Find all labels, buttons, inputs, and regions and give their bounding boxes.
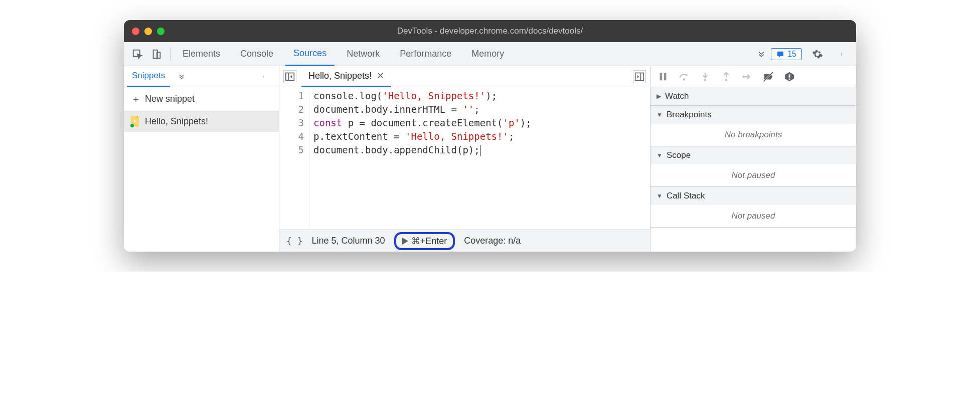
device-toolbar-icon[interactable] <box>149 47 164 62</box>
snippet-item[interactable]: Hello, Snippets! <box>124 111 279 132</box>
debugger-section-call-stack: ▼Call StackNot paused <box>650 187 856 228</box>
snippet-name: Hello, Snippets! <box>145 116 208 127</box>
editor-statusbar: { } Line 5, Column 30 ⌘+Enter Coverage: … <box>279 230 650 252</box>
section-header[interactable]: ▼Breakpoints <box>650 106 856 124</box>
svg-rect-23 <box>789 78 790 80</box>
deactivate-breakpoints-icon[interactable] <box>763 71 774 82</box>
svg-point-5 <box>841 54 842 54</box>
svg-point-16 <box>683 78 686 81</box>
navigator-menu-icon[interactable] <box>257 69 272 84</box>
new-snippet-button[interactable]: ＋ New snippet <box>124 87 279 111</box>
run-snippet-button[interactable]: ⌘+Enter <box>394 232 455 250</box>
svg-rect-12 <box>635 73 644 80</box>
line-number: 5 <box>279 143 304 157</box>
navigator-pane: Snippets ＋ New snippet Hello, Snippets! <box>124 66 279 252</box>
titlebar: DevTools - developer.chrome.com/docs/dev… <box>124 20 856 42</box>
debugger-section-scope: ▼ScopeNot paused <box>650 146 856 187</box>
line-number: 4 <box>279 130 304 143</box>
step-out-icon[interactable] <box>721 71 732 82</box>
code-line[interactable]: console.log('Hello, Snippets!'); <box>313 89 532 103</box>
line-gutter: 12345 <box>279 89 309 230</box>
panel-tab-performance[interactable]: Performance <box>392 42 459 66</box>
svg-point-17 <box>704 79 707 81</box>
svg-rect-14 <box>660 73 663 80</box>
triangle-down-icon: ▼ <box>657 111 663 118</box>
triangle-down-icon: ▼ <box>657 152 663 159</box>
run-shortcut-label: ⌘+Enter <box>411 236 447 247</box>
more-tabs-icon[interactable] <box>754 47 769 62</box>
step-over-icon[interactable] <box>679 71 690 82</box>
pause-icon[interactable] <box>658 71 669 82</box>
text-caret <box>480 145 480 156</box>
close-tab-icon[interactable]: ✕ <box>377 70 384 81</box>
svg-point-7 <box>263 75 264 76</box>
code-line[interactable]: const p = document.createElement('p'); <box>313 116 532 130</box>
line-number: 3 <box>279 116 304 130</box>
svg-point-19 <box>742 75 745 78</box>
panel-tab-elements[interactable]: Elements <box>175 42 228 66</box>
svg-rect-15 <box>664 73 667 80</box>
show-navigator-icon[interactable] <box>283 70 296 83</box>
more-navigator-tabs-icon[interactable] <box>174 69 189 84</box>
section-body: Not paused <box>650 205 856 227</box>
window-title: DevTools - developer.chrome.com/docs/dev… <box>124 26 856 36</box>
editor-header: Hello, Snippets! ✕ <box>279 66 650 87</box>
devtools-window: DevTools - developer.chrome.com/docs/dev… <box>124 20 856 252</box>
pause-on-exceptions-icon[interactable] <box>784 71 795 82</box>
coverage-label: Coverage: n/a <box>464 236 521 246</box>
file-tab[interactable]: Hello, Snippets! ✕ <box>301 66 391 87</box>
panel-tab-memory[interactable]: Memory <box>463 42 512 66</box>
file-tab-label: Hello, Snippets! <box>308 71 372 81</box>
kebab-menu-icon[interactable] <box>835 47 850 62</box>
pretty-print-icon[interactable]: { } <box>286 236 303 246</box>
code-content[interactable]: console.log('Hello, Snippets!');document… <box>309 89 532 230</box>
panel-tab-sources[interactable]: Sources <box>285 42 335 66</box>
triangle-right-icon: ▶ <box>657 93 661 100</box>
section-body: No breakpoints <box>650 124 856 146</box>
snippets-tab[interactable]: Snippets <box>127 66 170 87</box>
svg-rect-3 <box>777 51 783 56</box>
section-label: Watch <box>665 91 689 101</box>
section-header[interactable]: ▼Call Stack <box>650 187 856 205</box>
step-icon[interactable] <box>742 71 753 82</box>
section-label: Breakpoints <box>667 110 712 120</box>
debugger-section-watch: ▶Watch <box>650 87 856 106</box>
debugger-toolbar <box>650 66 856 87</box>
settings-icon[interactable] <box>810 47 825 62</box>
inspect-element-icon[interactable] <box>130 47 145 62</box>
code-editor[interactable]: 12345 console.log('Hello, Snippets!');do… <box>279 87 650 230</box>
code-line[interactable]: document.body.innerHTML = ''; <box>313 103 532 116</box>
issues-count: 15 <box>787 50 796 59</box>
show-debugger-icon[interactable] <box>633 70 646 83</box>
panel-tab-network[interactable]: Network <box>339 42 388 66</box>
svg-point-18 <box>725 79 728 81</box>
line-number: 1 <box>279 89 304 103</box>
section-header[interactable]: ▼Scope <box>650 146 856 164</box>
code-line[interactable]: document.body.appendChild(p); <box>313 143 532 157</box>
panel-tab-console[interactable]: Console <box>232 42 281 66</box>
svg-point-4 <box>841 53 842 53</box>
section-header[interactable]: ▶Watch <box>650 87 856 105</box>
panel-tabs: ElementsConsoleSourcesNetworkPerformance… <box>175 42 750 66</box>
step-into-icon[interactable] <box>700 71 711 82</box>
debugger-pane: ▶Watch▼BreakpointsNo breakpoints▼ScopeNo… <box>650 66 856 252</box>
snippet-file-icon <box>131 116 140 127</box>
svg-point-6 <box>841 55 842 55</box>
svg-point-8 <box>263 76 264 77</box>
section-body: Not paused <box>650 164 856 186</box>
main-toolbar: ElementsConsoleSourcesNetworkPerformance… <box>124 42 856 66</box>
separator <box>170 48 171 61</box>
cursor-position: Line 5, Column 30 <box>312 236 385 246</box>
navigator-header: Snippets <box>124 66 279 87</box>
issues-button[interactable]: 15 <box>771 48 802 60</box>
debugger-section-breakpoints: ▼BreakpointsNo breakpoints <box>650 106 856 146</box>
svg-rect-22 <box>789 74 790 77</box>
section-label: Call Stack <box>667 191 705 201</box>
section-label: Scope <box>667 150 691 160</box>
triangle-down-icon: ▼ <box>657 192 663 199</box>
svg-rect-10 <box>286 73 294 80</box>
svg-point-9 <box>263 77 264 77</box>
main-area: Snippets ＋ New snippet Hello, Snippets! <box>124 66 856 252</box>
toolbar-right: 15 <box>771 47 852 62</box>
code-line[interactable]: p.textContent = 'Hello, Snippets!'; <box>313 130 532 143</box>
